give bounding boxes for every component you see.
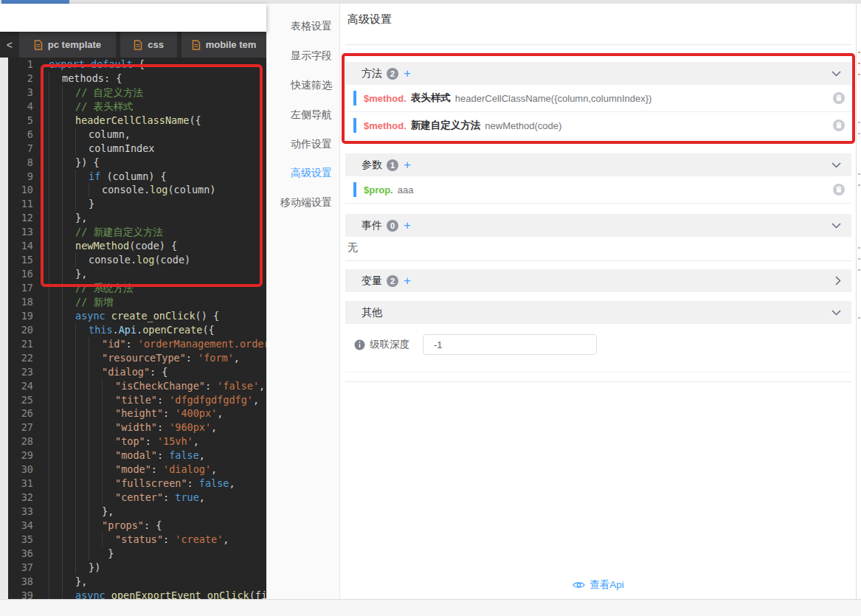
- tab-mobile-template[interactable]: mobile tem: [181, 32, 266, 58]
- code-line: 17// 系统方法: [0, 281, 266, 295]
- line-number: 23: [8, 365, 33, 379]
- chevron-left-icon: <: [7, 39, 13, 51]
- indent-guide: [62, 197, 75, 211]
- section-header-methods[interactable]: 方法 2 +: [345, 62, 851, 85]
- indent-guide: [49, 463, 62, 477]
- indent-guide: [62, 393, 75, 407]
- section-header-other[interactable]: 其他: [345, 301, 851, 324]
- add-event-button[interactable]: +: [404, 218, 411, 233]
- indent-guide: [62, 561, 75, 575]
- line-number: 11: [8, 197, 33, 211]
- indent-guide: [62, 463, 75, 477]
- indent-guide: [49, 505, 62, 519]
- indent-guide: [49, 211, 62, 225]
- menu-item-action-settings[interactable]: 动作设置: [266, 134, 339, 154]
- tabs-scroll-left-button[interactable]: <: [0, 32, 19, 58]
- menu-item-advanced-settings[interactable]: 高级设置: [266, 162, 339, 183]
- indent-guide: [62, 281, 75, 295]
- indent-guide: [62, 86, 75, 100]
- code-text: headerCellClassName({: [49, 114, 201, 128]
- chevron-down-icon: [831, 223, 841, 229]
- indent-guide: [102, 477, 115, 491]
- line-number: 28: [8, 435, 33, 449]
- method-row[interactable]: $method. 新建自定义方法 newMethod(code): [345, 112, 851, 139]
- method-signature: newMethod(code): [485, 120, 561, 131]
- indent-guide: [75, 337, 89, 351]
- indent-guide: [49, 114, 62, 128]
- menu-item-mobile-settings[interactable]: 移动端设置: [266, 192, 339, 212]
- indent-guide: [62, 183, 75, 197]
- indent-guide: [49, 100, 62, 114]
- code-text: }): [49, 561, 100, 575]
- delete-param-button[interactable]: [832, 183, 846, 196]
- minimap-mark: [858, 52, 860, 53]
- code-text: // 自定义方法: [49, 86, 143, 100]
- code-line: 19async create_onClick() {: [0, 309, 266, 323]
- indent-guide: [89, 519, 102, 533]
- count-badge: 0: [387, 220, 398, 232]
- param-row[interactable]: $prop. aaa: [345, 176, 851, 204]
- view-api-link[interactable]: 查看Api: [340, 578, 857, 592]
- tab-css[interactable]: css: [120, 32, 177, 58]
- line-number: 3: [8, 86, 33, 100]
- indent-guide: [89, 183, 102, 197]
- minimap-mark: [858, 269, 860, 271]
- add-var-button[interactable]: +: [404, 274, 411, 288]
- tab-label: pc template: [48, 39, 101, 50]
- delete-method-button[interactable]: [832, 119, 846, 132]
- count-badge: 1: [387, 159, 398, 171]
- menu-item-display-fields[interactable]: 显示字段: [266, 45, 339, 66]
- code-line: 14newMethod(code) {: [0, 239, 266, 253]
- add-param-button[interactable]: +: [404, 158, 411, 173]
- indent-guide: [49, 519, 62, 533]
- add-method-button[interactable]: +: [404, 66, 411, 81]
- count-badge: 2: [387, 68, 398, 80]
- code-text: newMethod(code) {: [49, 239, 177, 253]
- code-editor[interactable]: 1export default {2methods: {3// 自定义方法4//…: [0, 58, 266, 599]
- indent-guide: [75, 547, 89, 561]
- section-header-vars[interactable]: 变量 2 +: [345, 269, 851, 292]
- line-number: 26: [8, 406, 33, 421]
- code-line: 33},: [0, 505, 266, 519]
- code-line: 13// 新建自定义方法: [0, 225, 266, 239]
- code-text: // 新增: [49, 295, 113, 309]
- indent-guide: [102, 463, 115, 477]
- indent-guide: [75, 435, 89, 449]
- code-line: 18// 新增: [0, 295, 266, 309]
- indent-guide: [49, 379, 62, 393]
- code-line: 16},: [0, 267, 266, 281]
- indent-guide: [62, 156, 75, 170]
- code-text: "center": true,: [49, 491, 205, 505]
- indent-guide: [75, 406, 89, 421]
- indent-guide: [62, 435, 75, 449]
- menu-item-left-nav[interactable]: 左侧导航: [266, 104, 339, 125]
- code-text: this.Api.openCreate({: [49, 323, 215, 337]
- line-number: 6: [8, 128, 33, 142]
- code-line: 28"top": '15vh',: [0, 435, 266, 449]
- code-text: "isCheckChange": 'false',: [49, 379, 265, 393]
- indent-guide: [49, 309, 62, 323]
- code-line: 39async openExportEvent_onClick(fiel: [0, 589, 266, 599]
- line-number: 34: [8, 519, 33, 533]
- minimap-mark: [858, 184, 860, 186]
- tab-pc-template[interactable]: pc template: [19, 32, 117, 58]
- line-number: 19: [8, 309, 33, 323]
- indent-guide: [49, 449, 62, 463]
- menu-item-table-settings[interactable]: 表格设置: [266, 15, 339, 36]
- method-row[interactable]: $method. 表头样式 headerCellClassName({colum…: [345, 85, 851, 112]
- indent-guide: [62, 170, 75, 184]
- cascade-depth-input[interactable]: [423, 334, 597, 355]
- code-text: },: [49, 267, 87, 281]
- delete-method-button[interactable]: [832, 91, 846, 105]
- indent-guide: [49, 393, 62, 407]
- section-header-events[interactable]: 事件 0 +: [345, 214, 851, 237]
- indent-guide: [62, 100, 75, 114]
- code-line: 3// 自定义方法: [0, 86, 266, 100]
- section-header-params[interactable]: 参数 1 +: [345, 153, 851, 176]
- method-name: 新建自定义方法: [411, 119, 481, 132]
- minimap-mark: [858, 122, 860, 123]
- menu-item-quick-filter[interactable]: 快速筛选: [266, 75, 339, 95]
- code-text: if (column) {: [49, 170, 167, 184]
- minimap-strip: [856, 4, 861, 599]
- indent-guide: [75, 253, 89, 267]
